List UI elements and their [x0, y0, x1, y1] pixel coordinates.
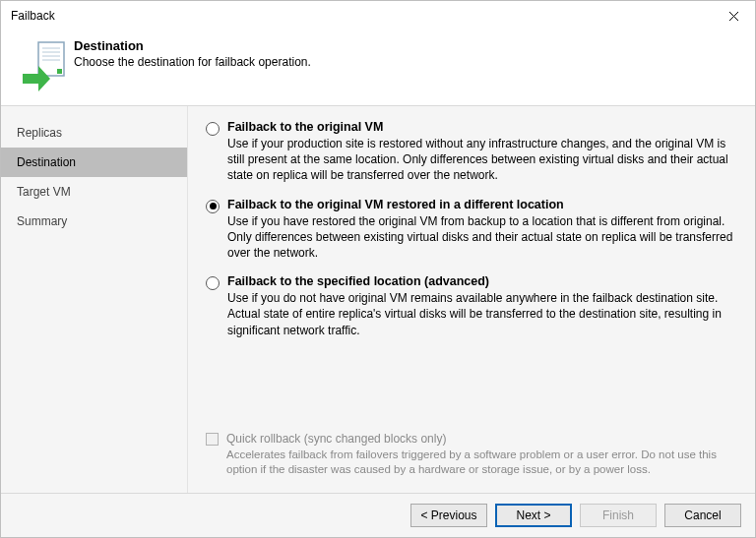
next-button[interactable]: Next > — [495, 504, 572, 527]
option-specified-location[interactable]: Failback to the specified location (adva… — [206, 274, 733, 338]
quick-rollback-section: Quick rollback (sync changed blocks only… — [206, 432, 733, 485]
option-title: Failback to the original VM restored in … — [227, 198, 564, 211]
wizard-footer: < Previous Next > Finish Cancel — [1, 493, 755, 537]
option-desc: Use if you have restored the original VM… — [227, 213, 733, 262]
radio-specified-location[interactable] — [206, 276, 220, 290]
option-title: Failback to the original VM — [227, 120, 383, 134]
wizard-content: Failback to the original VM Use if your … — [188, 106, 755, 493]
option-desc: Use if your production site is restored … — [227, 136, 733, 184]
destination-icon — [21, 40, 62, 91]
wizard-sidebar: Replicas Destination Target VM Summary — [1, 106, 188, 493]
header-subtitle: Choose the destination for failback oper… — [74, 55, 311, 69]
close-button[interactable] — [714, 2, 753, 30]
quick-rollback-desc: Accelerates failback from failovers trig… — [226, 448, 733, 477]
wizard-header: Destination Choose the destination for f… — [1, 30, 755, 106]
sidebar-item-replicas[interactable]: Replicas — [1, 118, 187, 148]
wizard-body: Replicas Destination Target VM Summary F… — [1, 106, 755, 493]
quick-rollback-label: Quick rollback (sync changed blocks only… — [226, 432, 733, 446]
option-title: Failback to the specified location (adva… — [227, 274, 489, 288]
sidebar-item-label: Target VM — [17, 185, 71, 199]
option-original-vm[interactable]: Failback to the original VM Use if your … — [206, 120, 733, 184]
finish-button: Finish — [580, 504, 657, 527]
quick-rollback-checkbox — [206, 433, 219, 446]
radio-original-vm[interactable] — [206, 122, 220, 136]
close-icon — [728, 11, 739, 22]
radio-different-location[interactable] — [206, 200, 220, 213]
previous-button[interactable]: < Previous — [410, 504, 487, 527]
svg-rect-5 — [57, 69, 62, 74]
sidebar-item-destination[interactable]: Destination — [1, 148, 187, 177]
sidebar-item-label: Destination — [17, 155, 76, 169]
option-different-location[interactable]: Failback to the original VM restored in … — [206, 198, 733, 262]
sidebar-item-summary[interactable]: Summary — [1, 207, 187, 236]
sidebar-item-label: Summary — [17, 214, 67, 228]
option-desc: Use if you do not have original VM remai… — [227, 290, 733, 338]
window-title: Failback — [11, 9, 714, 23]
sidebar-item-target-vm[interactable]: Target VM — [1, 177, 187, 207]
header-title: Destination — [74, 38, 144, 53]
cancel-button[interactable]: Cancel — [664, 504, 741, 527]
titlebar: Failback — [1, 1, 755, 30]
sidebar-item-label: Replicas — [17, 126, 62, 140]
